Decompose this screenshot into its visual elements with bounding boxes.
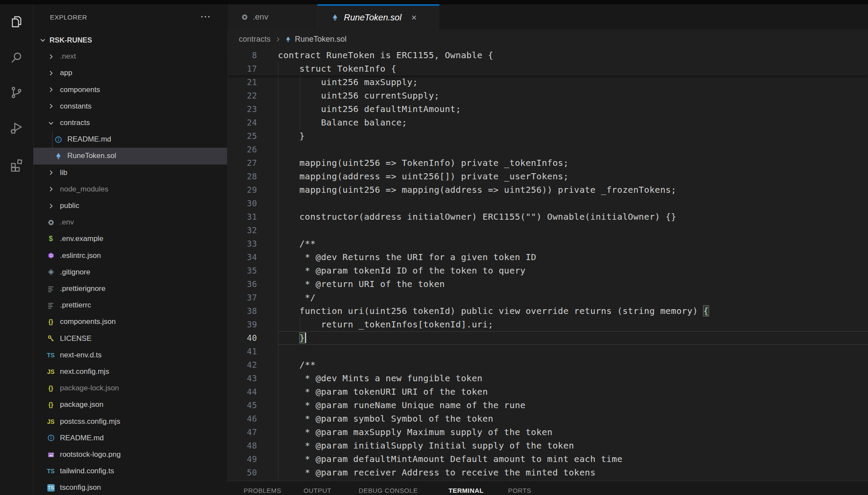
tree-file-tailwind-config-ts[interactable]: TStailwind.config.ts xyxy=(33,463,241,479)
close-icon[interactable] xyxy=(410,14,418,21)
tree-file-next-env-d-ts[interactable]: TSnext-env.d.ts xyxy=(33,347,241,363)
tree-file--gitignore[interactable]: .gitignore xyxy=(33,264,241,280)
tree-file--prettierignore[interactable]: .prettierignore xyxy=(33,280,241,297)
activity-bar xyxy=(0,4,33,495)
tree-file-readme-md[interactable]: README.md xyxy=(33,430,241,446)
code-line-40[interactable]: 40 } xyxy=(227,331,868,345)
tree-folder-lib[interactable]: lib xyxy=(33,165,241,181)
code-line-38[interactable]: 38 function uri(uint256 tokenId) public … xyxy=(227,304,868,318)
source-control-icon[interactable] xyxy=(0,82,33,103)
chevron-down-icon xyxy=(47,119,55,127)
tree-file-postcss-config-mjs[interactable]: JSpostcss.config.mjs xyxy=(33,413,241,430)
breadcrumb-folder[interactable]: contracts xyxy=(239,35,271,44)
tab-env[interactable]: .env xyxy=(228,4,317,30)
tree-item-label: .prettierrc xyxy=(60,301,91,310)
tree-file-runetoken-sol[interactable]: RuneToken.sol xyxy=(33,148,248,164)
tree-file--prettierrc[interactable]: .prettierrc xyxy=(33,297,241,314)
code-line-33[interactable]: 33 /** xyxy=(227,237,868,251)
braces-icon: {} xyxy=(47,384,55,392)
tree-file-tsconfig-json[interactable]: TStsconfig.json xyxy=(33,479,241,495)
tree-file--eslintrc-json[interactable]: .eslintrc.json xyxy=(33,248,241,264)
line-number: 21 xyxy=(227,76,257,89)
line-number: 37 xyxy=(227,291,257,304)
line-number: 48 xyxy=(227,439,257,452)
tree-file-readme-md[interactable]: README.md xyxy=(33,131,248,148)
tree-item-label: LICENSE xyxy=(60,334,92,343)
code-line-25[interactable]: 25 } xyxy=(227,129,868,143)
tree-folder-node-modules[interactable]: node_modules xyxy=(33,181,241,198)
code-line-26[interactable]: 26 xyxy=(227,143,868,156)
panel-tab-ports[interactable]: PORTS xyxy=(508,487,531,494)
tree-file-license[interactable]: LICENSE xyxy=(33,330,241,347)
line-number: 27 xyxy=(227,156,257,170)
code-line-36[interactable]: 36 * @return URI of the token xyxy=(227,277,868,291)
code-line-47[interactable]: 47 * @param maxSupply Maximum supply of … xyxy=(227,426,868,439)
line-number: 46 xyxy=(227,412,257,426)
code-line-45[interactable]: 45 * @param runeName Unique name of the … xyxy=(227,399,868,412)
line-number: 29 xyxy=(227,183,257,197)
tree-folder-app[interactable]: app xyxy=(33,65,241,81)
code-line-42[interactable]: 42 /** xyxy=(227,358,868,372)
code-line-27[interactable]: 27 mapping(uint256 => TokenInfo) private… xyxy=(227,156,868,170)
code-line-28[interactable]: 28 mapping(address => uint256[]) private… xyxy=(227,170,868,183)
tree-file--env-example[interactable]: $.env.example xyxy=(33,231,241,247)
chevron-right-icon xyxy=(47,86,55,94)
line-number: 33 xyxy=(227,237,257,251)
code-line-46[interactable]: 46 * @param symbol Symbol of the token xyxy=(227,412,868,426)
code-line-39[interactable]: 39 return _tokenInfos[tokenId].uri; xyxy=(227,318,868,331)
tree-item-label: rootstock-logo.png xyxy=(60,450,121,459)
code-line-41[interactable]: 41 xyxy=(227,345,868,358)
code-line-23[interactable]: 23 uint256 defaultMintAmount; xyxy=(227,102,868,116)
tree-folder-constants[interactable]: constants xyxy=(33,98,241,115)
code-text: /** xyxy=(278,358,316,372)
tree-folder-contracts[interactable]: contracts xyxy=(33,115,241,131)
code-line-49[interactable]: 49 * @param defaultMintAmount Default am… xyxy=(227,452,868,466)
search-icon[interactable] xyxy=(0,47,33,68)
code-line-30[interactable]: 30 xyxy=(227,197,868,210)
tab-label: RuneToken.sol xyxy=(344,13,402,23)
code-line-37[interactable]: 37 */ xyxy=(227,291,868,304)
more-actions-icon[interactable]: ⋯ xyxy=(200,10,211,23)
code-line-44[interactable]: 44 * @param tokenURI URI of the token xyxy=(227,385,868,399)
line-number: 17 xyxy=(227,62,257,76)
tree-item-label: README.md xyxy=(67,135,111,144)
code-line-31[interactable]: 31 constructor(address initialOwner) ERC… xyxy=(227,210,868,224)
code-line-29[interactable]: 29 mapping(uint256 => mapping(address =>… xyxy=(227,183,868,197)
panel-tab-terminal[interactable]: TERMINAL xyxy=(449,487,484,494)
breadcrumb-file[interactable]: RuneToken.sol xyxy=(285,35,347,44)
tree-folder--next[interactable]: .next xyxy=(33,48,241,65)
tree-folder-components[interactable]: components xyxy=(33,82,241,98)
code-line-34[interactable]: 34 * @dev Returns the URI for a given to… xyxy=(227,251,868,264)
code-line-32[interactable]: 32 xyxy=(227,224,868,237)
code-line-17[interactable]: 17 struct TokenInfo { xyxy=(227,62,868,76)
panel-tab-debug-console[interactable]: DEBUG CONSOLE xyxy=(359,487,418,494)
run-and-debug-icon[interactable] xyxy=(0,118,33,139)
tree-file-components-json[interactable]: {}components.json xyxy=(33,314,241,330)
code-line-21[interactable]: 21 uint256 maxSupply; xyxy=(227,76,868,89)
extensions-icon[interactable] xyxy=(0,155,33,175)
tree-file-package-lock-json[interactable]: {}package-lock.json xyxy=(33,380,241,396)
tree-root-label: RSK-RUNES xyxy=(50,36,92,44)
text-cursor xyxy=(305,333,306,343)
tree-file-next-config-mjs[interactable]: JSnext.config.mjs xyxy=(33,363,241,380)
chevron-right-icon xyxy=(47,69,55,77)
panel-tab-problems[interactable]: PROBLEMS xyxy=(244,487,281,494)
tree-file--env[interactable]: .env xyxy=(33,214,241,231)
code-line-22[interactable]: 22 uint256 currentSupply; xyxy=(227,89,868,102)
code-text: * @param runeName Unique name of the run… xyxy=(278,399,525,412)
tree-folder-public[interactable]: public xyxy=(33,198,241,214)
code-line-48[interactable]: 48 * @param initialSupply Initial supply… xyxy=(227,439,868,452)
tree-file-rootstock-logo-png[interactable]: rootstock-logo.png xyxy=(33,446,241,463)
ts-icon: TS xyxy=(47,467,55,475)
panel-tab-output[interactable]: OUTPUT xyxy=(304,487,331,494)
code-line-50[interactable]: 50 * @param receiver Address to receive … xyxy=(227,466,868,479)
code-editor[interactable]: 21 uint256 maxSupply;22 uint256 currentS… xyxy=(227,76,868,479)
code-line-35[interactable]: 35 * @param tokenId ID of the token to q… xyxy=(227,264,868,277)
code-line-8[interactable]: 8contract RuneToken is ERC1155, Ownable … xyxy=(227,49,868,62)
code-line-24[interactable]: 24 Balance balance; xyxy=(227,116,868,129)
code-line-43[interactable]: 43 * @dev Mints a new fungible token xyxy=(227,372,868,385)
tree-file-package-json[interactable]: {}package.json xyxy=(33,396,241,413)
tab-runetoken[interactable]: RuneToken.sol xyxy=(317,4,439,30)
explorer-icon[interactable] xyxy=(0,11,33,32)
tree-root-rsk-runes[interactable]: RSK-RUNES xyxy=(33,32,232,48)
